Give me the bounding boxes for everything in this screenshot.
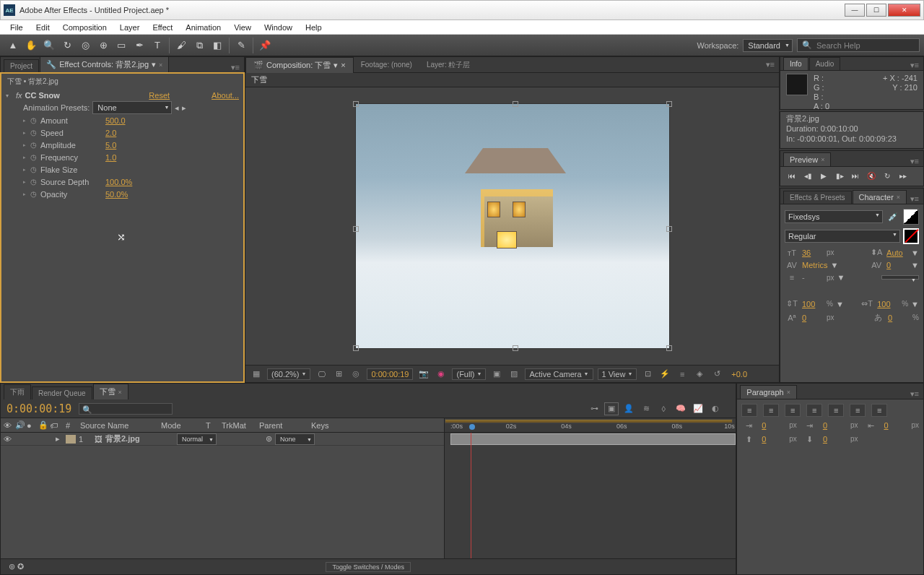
roi-icon[interactable]: ▣ — [490, 368, 503, 380]
close-tab-icon[interactable]: × — [341, 61, 345, 69]
pan-behind-tool[interactable]: ⊕ — [95, 38, 112, 53]
layer-expand-icon[interactable]: ▸ — [56, 434, 63, 444]
selection-tool[interactable]: ▲ — [4, 38, 22, 53]
resolution-dropdown[interactable]: (Full)▼ — [452, 368, 486, 380]
eye-col-icon[interactable]: 👁 — [4, 421, 14, 430]
layer-name[interactable]: 背景2.jpg — [105, 433, 174, 444]
composition-viewport[interactable] — [245, 87, 779, 365]
workspace-dropdown[interactable]: Standard — [743, 39, 793, 52]
indent-first-value[interactable]: 0 — [823, 421, 845, 431]
parent-pickwhip-icon[interactable]: ⊚ — [266, 434, 272, 444]
timeline-search[interactable]: 🔍 — [79, 403, 173, 415]
col-source[interactable]: Source Name — [80, 421, 160, 430]
zoom-dropdown[interactable]: (60.2%)▼ — [267, 368, 310, 380]
maximize-button[interactable]: ☐ — [866, 4, 886, 17]
stroke-value[interactable]: - — [802, 273, 824, 282]
fill-color-swatch[interactable] — [903, 209, 919, 225]
speaker-col-icon[interactable]: 🔊 — [15, 420, 25, 430]
exposure-value[interactable]: +0.0 — [728, 369, 751, 379]
channel-icon[interactable]: ◉ — [435, 368, 448, 380]
tab-dropdown-icon[interactable]: ▾ — [334, 61, 338, 70]
col-t[interactable]: T — [206, 421, 220, 430]
vscale-value[interactable]: 100 — [802, 300, 824, 308]
preview-tab[interactable]: Preview× — [783, 152, 831, 166]
layer-row[interactable]: 👁 ▸ 1 🖼 背景2.jpg Normal ⊚ None — [1, 433, 444, 446]
panel-menu-icon[interactable]: ▾≡ — [910, 389, 919, 399]
close-tab-icon[interactable]: × — [159, 61, 162, 69]
about-link[interactable]: About... — [212, 91, 239, 100]
prop-expand-icon[interactable]: ▸ — [23, 130, 30, 136]
camera-tool[interactable]: ◎ — [77, 38, 94, 53]
paragraph-tab[interactable]: Paragraph× — [740, 385, 797, 399]
puppet-tool[interactable]: 📌 — [256, 38, 274, 53]
prop-value[interactable]: 2.0 — [105, 129, 116, 137]
visibility-icon[interactable]: 👁 — [4, 435, 14, 444]
prop-expand-icon[interactable]: ▸ — [23, 179, 30, 185]
fx-icon[interactable]: fx — [16, 91, 22, 100]
composition-tab[interactable]: 🎬 Composition: 下雪 ▾ × — [245, 57, 354, 73]
motion-blur-icon[interactable]: ◊ — [656, 402, 671, 415]
camera-dropdown[interactable]: Active Camera▼ — [525, 368, 593, 380]
playhead[interactable] — [471, 433, 471, 558]
play-icon[interactable]: ▶ — [818, 170, 829, 181]
comp-flow-icon[interactable]: ◈ — [693, 368, 706, 380]
graph-editor-icon[interactable]: 📈 — [691, 402, 705, 415]
reset-link[interactable]: Reset — [149, 91, 170, 100]
preset-prev-icon[interactable]: ◂ — [175, 103, 179, 113]
reset-exposure-icon[interactable]: ↺ — [710, 368, 723, 380]
adjustment-icon[interactable]: ◐ — [708, 402, 723, 415]
audio-tab[interactable]: Audio — [809, 57, 841, 70]
rotate-tool[interactable]: ↻ — [58, 38, 76, 53]
menu-layer[interactable]: Layer — [114, 22, 146, 33]
timeline-icon[interactable]: ≡ — [676, 368, 689, 380]
region-icon[interactable]: ▦ — [250, 368, 263, 380]
timeline-timecode[interactable]: 0:00:00:19 — [6, 402, 71, 415]
presets-dropdown[interactable]: None — [92, 101, 172, 114]
menu-edit[interactable]: Edit — [30, 22, 56, 33]
loop-icon[interactable]: ↻ — [881, 170, 893, 181]
col-parent[interactable]: Parent — [259, 421, 310, 430]
col-num[interactable]: # — [66, 421, 79, 430]
menu-view[interactable]: View — [228, 22, 257, 33]
prop-expand-icon[interactable]: ▸ — [23, 167, 30, 173]
hand-tool[interactable]: ✋ — [22, 38, 40, 53]
eyedropper-icon[interactable]: 💉 — [886, 212, 900, 222]
lock-col-icon[interactable]: 🔒 — [38, 420, 48, 430]
toggle-switches-button[interactable]: Toggle Switches / Modes — [326, 562, 411, 572]
effect-expand-icon[interactable]: ▾ — [6, 92, 13, 99]
grid-icon[interactable]: ⊞ — [332, 368, 345, 380]
panel-menu-icon[interactable]: ▾≡ — [766, 60, 775, 69]
timeline-tab-active[interactable]: 下雪× — [93, 384, 128, 399]
timeline-tracks[interactable] — [444, 433, 736, 558]
frame-blend-icon[interactable]: ≋ — [639, 402, 653, 415]
panel-menu-icon[interactable]: ▾≡ — [910, 194, 919, 204]
pen-tool[interactable]: ✒ — [131, 38, 148, 53]
prop-expand-icon[interactable]: ▸ — [23, 142, 30, 148]
tsume-value[interactable]: 0 — [888, 314, 910, 322]
menu-composition[interactable]: Composition — [57, 22, 113, 33]
prop-expand-icon[interactable]: ▸ — [23, 118, 30, 124]
menu-file[interactable]: File — [4, 22, 29, 33]
justify-all-button[interactable]: ≡ — [871, 404, 887, 417]
prop-value[interactable]: 100.0% — [105, 178, 132, 186]
snapshot-icon[interactable]: 📷 — [417, 368, 430, 380]
stopwatch-icon[interactable]: ◷ — [30, 129, 40, 137]
panel-menu-icon[interactable]: ▾≡ — [910, 61, 919, 70]
solo-col-icon[interactable]: ● — [27, 421, 37, 430]
tab-dropdown-icon[interactable]: ▾ — [152, 60, 156, 69]
baseline-value[interactable]: 0 — [802, 314, 824, 322]
fast-preview-icon[interactable]: ⚡ — [658, 368, 671, 380]
menu-animation[interactable]: Animation — [180, 22, 227, 33]
info-tab[interactable]: Info — [783, 57, 808, 70]
project-tab[interactable]: Project — [4, 59, 39, 72]
menu-help[interactable]: Help — [300, 22, 328, 33]
ram-preview-icon[interactable]: ▸▸ — [897, 170, 909, 181]
justify-last-right-button[interactable]: ≡ — [850, 404, 866, 417]
search-help-input[interactable]: 🔍 Search Help — [797, 38, 920, 52]
current-time[interactable]: 0:00:00:19 — [367, 368, 413, 380]
stopwatch-icon[interactable]: ◷ — [30, 165, 40, 173]
tracking-value[interactable]: 0 — [886, 261, 908, 269]
pixel-aspect-icon[interactable]: ⊡ — [641, 368, 654, 380]
stroke-style-dropdown[interactable] — [881, 275, 919, 280]
justify-last-center-button[interactable]: ≡ — [828, 404, 844, 417]
